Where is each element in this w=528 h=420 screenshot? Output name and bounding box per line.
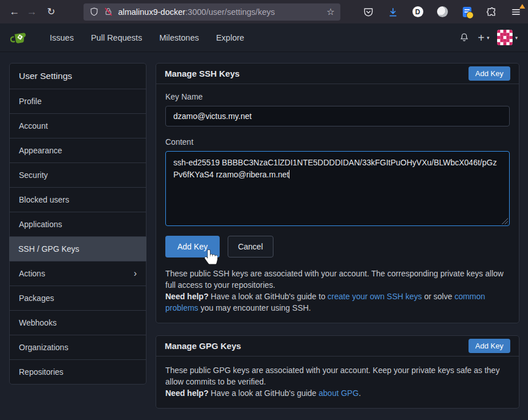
insecure-lock-icon[interactable] bbox=[104, 7, 113, 17]
need-help-label: Need help? bbox=[165, 389, 208, 398]
chevron-down-icon: ▾ bbox=[487, 35, 490, 41]
browser-toolbar: ← → ↻ almalinux9-docker:3000/user/settin… bbox=[0, 0, 528, 23]
pocket-extension-icon[interactable] bbox=[362, 6, 375, 18]
ssh-add-key-toggle-button[interactable]: Add Key bbox=[469, 66, 510, 81]
settings-sidebar: User Settings Profile Account Appearance… bbox=[9, 63, 146, 385]
forward-icon[interactable]: → bbox=[23, 4, 40, 20]
gitea-logo[interactable] bbox=[10, 29, 29, 46]
document-extension-icon[interactable] bbox=[460, 6, 473, 18]
sidebar-item-blocked-users[interactable]: Blocked users bbox=[10, 188, 146, 212]
chevron-down-icon: ▾ bbox=[515, 35, 518, 41]
key-name-input[interactable] bbox=[165, 106, 510, 126]
plus-icon: + bbox=[478, 32, 485, 43]
ssh-help-text: These public SSH keys are associated wit… bbox=[165, 268, 510, 314]
nav-issues[interactable]: Issues bbox=[41, 33, 82, 42]
add-key-submit-button[interactable]: Add Key bbox=[165, 236, 220, 257]
gpg-add-key-toggle-button[interactable]: Add Key bbox=[469, 339, 510, 353]
sidebar-item-appearance[interactable]: Appearance bbox=[10, 138, 146, 163]
about-gpg-link[interactable]: about GPG bbox=[319, 389, 359, 398]
sidebar-item-applications[interactable]: Applications bbox=[10, 212, 146, 237]
sidebar-item-ssh-gpg-keys[interactable]: SSH / GPG Keys bbox=[9, 237, 146, 261]
ssh-keys-guide-link[interactable]: create your own SSH keys bbox=[328, 292, 422, 301]
nav-milestones[interactable]: Milestones bbox=[150, 33, 207, 42]
cancel-button[interactable]: Cancel bbox=[228, 236, 273, 257]
duckduckgo-extension-icon[interactable]: D bbox=[411, 6, 424, 18]
user-menu[interactable]: ▾ bbox=[497, 30, 518, 45]
sidebar-title: User Settings bbox=[10, 64, 146, 89]
avatar bbox=[497, 30, 513, 45]
sidebar-item-account[interactable]: Account bbox=[10, 114, 146, 138]
extension-area: D bbox=[362, 6, 522, 18]
gpg-help-text: These public GPG keys are associated wit… bbox=[165, 364, 510, 399]
chevron-right-icon: › bbox=[134, 269, 137, 278]
gpg-panel-title: Manage GPG Keys bbox=[165, 341, 241, 351]
back-icon[interactable]: ← bbox=[6, 4, 23, 20]
shield-icon[interactable] bbox=[89, 7, 99, 17]
key-content-text: ssh-ed25519 BBBBC3NzaC1lZDI1NTE5DDDDIDAN… bbox=[173, 158, 497, 179]
url-bar[interactable]: almalinux9-docker:3000/user/settings/key… bbox=[84, 3, 340, 21]
bookmark-star-icon[interactable]: ☆ bbox=[327, 6, 335, 17]
extensions-puzzle-icon[interactable] bbox=[485, 6, 498, 18]
url-host: almalinux9-docker bbox=[118, 7, 185, 17]
url-path: :3000/user/settings/keys bbox=[185, 7, 275, 17]
app-navbar: Issues Pull Requests Milestones Explore … bbox=[0, 23, 528, 52]
manage-ssh-keys-panel: Manage SSH Keys Add Key Key Name Content… bbox=[156, 63, 519, 323]
menu-alert-badge bbox=[519, 4, 525, 9]
nav-pull-requests[interactable]: Pull Requests bbox=[82, 33, 150, 42]
content-label: Content bbox=[165, 137, 510, 146]
disabled-extension-icon[interactable] bbox=[436, 6, 448, 18]
ssh-panel-title: Manage SSH Keys bbox=[165, 69, 240, 78]
sidebar-item-repositories[interactable]: Repositories bbox=[10, 360, 146, 384]
need-help-label: Need help? bbox=[165, 292, 208, 301]
sidebar-item-organizations[interactable]: Organizations bbox=[10, 335, 146, 360]
create-new-button[interactable]: + ▾ bbox=[478, 32, 489, 43]
download-icon[interactable] bbox=[387, 6, 399, 18]
reload-icon[interactable]: ↻ bbox=[42, 4, 59, 20]
sidebar-item-actions[interactable]: Actions › bbox=[10, 261, 146, 286]
menu-hamburger-icon[interactable] bbox=[510, 6, 522, 18]
text-caret bbox=[289, 170, 289, 179]
nav-explore[interactable]: Explore bbox=[208, 33, 253, 42]
resize-grip-icon[interactable] bbox=[502, 218, 508, 224]
sidebar-item-webhooks[interactable]: Webhooks bbox=[10, 311, 146, 335]
key-content-textarea[interactable]: ssh-ed25519 BBBBC3NzaC1lZDI1NTE5DDDDIDAN… bbox=[165, 151, 510, 226]
sidebar-item-packages[interactable]: Packages bbox=[10, 286, 146, 311]
key-name-label: Key Name bbox=[165, 92, 510, 101]
sidebar-item-profile[interactable]: Profile bbox=[10, 89, 146, 114]
sidebar-item-security[interactable]: Security bbox=[10, 163, 146, 188]
url-text[interactable]: almalinux9-docker:3000/user/settings/key… bbox=[118, 7, 323, 17]
manage-gpg-keys-panel: Manage GPG Keys Add Key These public GPG… bbox=[156, 335, 519, 409]
notifications-bell-icon[interactable] bbox=[459, 32, 470, 43]
